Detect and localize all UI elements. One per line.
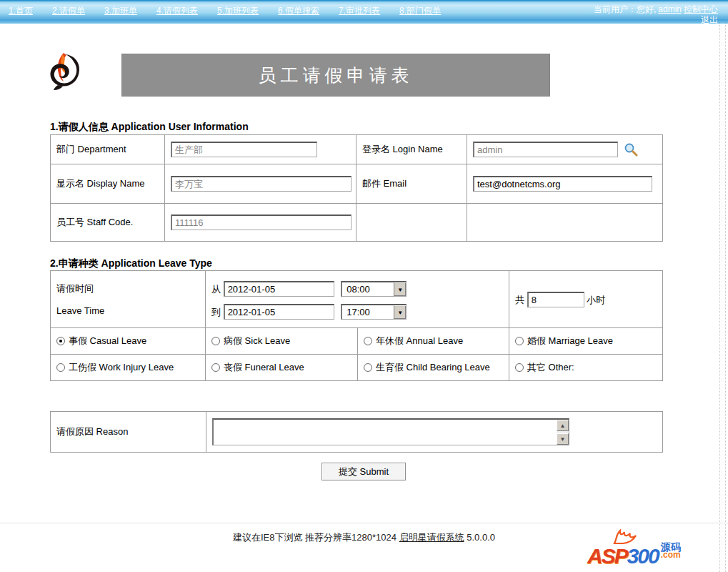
sick-leave-radio[interactable] xyxy=(211,337,220,345)
email-cell xyxy=(467,164,663,204)
logout-link[interactable]: 退出 xyxy=(701,15,718,25)
current-user-name-link[interactable]: admin xyxy=(658,4,682,14)
leave-time-label-en: Leave Time xyxy=(56,305,199,316)
form-title-bar: 员工请假申请表 xyxy=(121,54,550,97)
empty-cell-1 xyxy=(356,204,467,242)
work-injury-leave-radio[interactable] xyxy=(56,363,65,372)
section2-heading: 2.申请种类 Application Leave Type xyxy=(50,257,212,270)
total-hours-cell: 共 小时 xyxy=(509,271,663,328)
funeral-leave-radio[interactable] xyxy=(211,363,220,372)
leave-type-cell: 其它 Other: xyxy=(509,355,663,381)
login-cell xyxy=(467,135,663,164)
leave-type-cell: 婚假 Marriage Leave xyxy=(509,328,663,355)
asp300-dotcom-text: .com xyxy=(661,551,681,559)
nav-item-leave-form[interactable]: 2.请假单 xyxy=(52,5,85,17)
casual-leave-radio[interactable] xyxy=(56,337,65,345)
to-time-select[interactable]: 17:00 ▼ xyxy=(341,304,407,320)
nav-item-leave-list[interactable]: 4.请假列表 xyxy=(156,5,198,17)
staff-code-label: 员工号 Staff Code. xyxy=(51,204,165,242)
reason-table: 请假原因 Reason ▲ ▼ xyxy=(50,411,663,453)
footer-divider xyxy=(0,523,728,523)
app-swirl-logo xyxy=(44,50,81,93)
reason-scrollbar[interactable]: ▲ ▼ xyxy=(557,420,569,445)
leave-type-cell: 生育假 Child Bearing Leave xyxy=(358,355,509,381)
asp300-logo: ASP300源码.com xyxy=(587,538,719,570)
email-label: 邮件 Email xyxy=(356,164,467,204)
to-date-input[interactable] xyxy=(224,304,334,320)
leave-type-cell: 丧假 Funeral Leave xyxy=(206,355,358,381)
department-cell xyxy=(165,135,356,164)
nav-item-leave-search[interactable]: 6.假单搜索 xyxy=(278,5,319,17)
footer-system-link[interactable]: 启明星请假系统 xyxy=(399,532,464,543)
nav-item-approval-list[interactable]: 7.审批列表 xyxy=(339,5,380,17)
top-nav: 1.首页 2.请假单 3.加班单 4.请假列表 5.加班列表 6.假单搜索 7.… xyxy=(0,0,728,22)
from-time-select[interactable]: 08:00 ▼ xyxy=(341,281,407,297)
casual-leave-label[interactable]: 事假 Casual Leave xyxy=(69,335,146,346)
marriage-leave-radio[interactable] xyxy=(515,337,524,345)
page-scrollbar-track[interactable] xyxy=(719,24,726,572)
department-label: 部门 Department xyxy=(51,135,165,164)
page-title: 员工请假申请表 xyxy=(259,65,414,85)
sick-leave-label[interactable]: 病假 Sick Leave xyxy=(224,335,290,346)
scroll-up-icon[interactable]: ▲ xyxy=(557,420,569,431)
nav-item-overtime-form[interactable]: 3.加班单 xyxy=(104,5,137,17)
login-name-input[interactable] xyxy=(473,142,618,157)
leave-type-table: 请假时间 Leave Time 从 08:00 ▼ 到 17:00 xyxy=(50,270,663,381)
empty-cell-2 xyxy=(467,204,663,242)
total-hours-input[interactable] xyxy=(527,292,584,307)
display-name-input[interactable] xyxy=(171,176,351,192)
display-name-cell xyxy=(165,164,356,204)
nav-item-overtime-list[interactable]: 5.加班列表 xyxy=(217,5,259,17)
submit-button[interactable]: 提交 Submit xyxy=(321,463,406,480)
reason-label: 请假原因 Reason xyxy=(51,412,206,453)
other-leave-label[interactable]: 其它 Other: xyxy=(527,362,574,373)
search-user-icon[interactable] xyxy=(624,142,638,157)
leave-time-label-cell: 请假时间 Leave Time xyxy=(51,271,206,328)
child-bearing-leave-radio[interactable] xyxy=(364,363,372,372)
from-label: 从 xyxy=(211,284,221,295)
scroll-down-icon[interactable]: ▼ xyxy=(557,433,569,445)
page: 1.首页 2.请假单 3.加班单 4.请假列表 5.加班列表 6.假单搜索 7.… xyxy=(0,0,728,572)
leave-time-range-cell: 从 08:00 ▼ 到 17:00 ▼ xyxy=(206,271,509,328)
user-info-table: 部门 Department 登录名 Login Name 显示名 Display… xyxy=(50,134,663,242)
to-time-dropdown-icon[interactable]: ▼ xyxy=(394,305,406,319)
login-name-label: 登录名 Login Name xyxy=(356,135,467,164)
control-center-link[interactable]: 控制中心 xyxy=(684,4,718,14)
other-leave-radio[interactable] xyxy=(515,363,524,372)
department-input[interactable] xyxy=(171,142,317,157)
to-label: 到 xyxy=(211,307,221,317)
total-unit-label: 小时 xyxy=(587,295,605,305)
annual-leave-label[interactable]: 年休假 Annual Leave xyxy=(376,335,463,346)
footer-browser-note: 建议在IE8下浏览 推荐分辨率1280*1024 xyxy=(233,532,399,543)
from-time-dropdown-icon[interactable]: ▼ xyxy=(394,282,406,296)
leave-type-cell: 事假 Casual Leave xyxy=(51,328,206,355)
reason-textarea[interactable]: ▲ ▼ xyxy=(212,418,569,445)
leave-type-cell: 工伤假 Work Injury Leave xyxy=(51,355,206,381)
annual-leave-radio[interactable] xyxy=(364,337,372,345)
staff-code-cell xyxy=(165,204,356,242)
current-user-prefix: 当前用户：您好, xyxy=(594,4,656,14)
section1-heading: 1.请假人信息 Application User Information xyxy=(50,121,249,134)
asp300-flame-icon xyxy=(610,529,643,545)
current-user-area: 当前用户：您好,admin控制中心退出 xyxy=(581,4,718,26)
display-name-label: 显示名 Display Name xyxy=(51,164,165,204)
asp300-asp-text: ASP xyxy=(587,544,627,568)
leave-type-cell: 病假 Sick Leave xyxy=(206,328,358,355)
nav-item-home[interactable]: 1.首页 xyxy=(9,5,33,17)
child-bearing-leave-label[interactable]: 生育假 Child Bearing Leave xyxy=(376,362,490,373)
total-label: 共 xyxy=(515,295,524,305)
funeral-leave-label[interactable]: 丧假 Funeral Leave xyxy=(224,362,304,373)
staff-code-input[interactable] xyxy=(171,214,351,230)
asp300-num-text: 300 xyxy=(627,544,659,568)
nav-links: 1.首页 2.请假单 3.加班单 4.请假列表 5.加班列表 6.假单搜索 7.… xyxy=(9,5,441,17)
to-time-value: 17:00 xyxy=(342,307,394,317)
work-injury-leave-label[interactable]: 工伤假 Work Injury Leave xyxy=(69,362,174,373)
nav-item-dept-leave[interactable]: 8.部门假单 xyxy=(399,5,441,17)
from-time-value: 08:00 xyxy=(342,284,394,295)
leave-time-label-cn: 请假时间 xyxy=(56,282,199,295)
from-date-input[interactable] xyxy=(224,281,334,297)
leave-type-cell: 年休假 Annual Leave xyxy=(358,328,509,355)
marriage-leave-label[interactable]: 婚假 Marriage Leave xyxy=(527,335,613,346)
footer-version: 5.0.0.0 xyxy=(464,532,495,543)
email-input[interactable] xyxy=(473,176,652,192)
